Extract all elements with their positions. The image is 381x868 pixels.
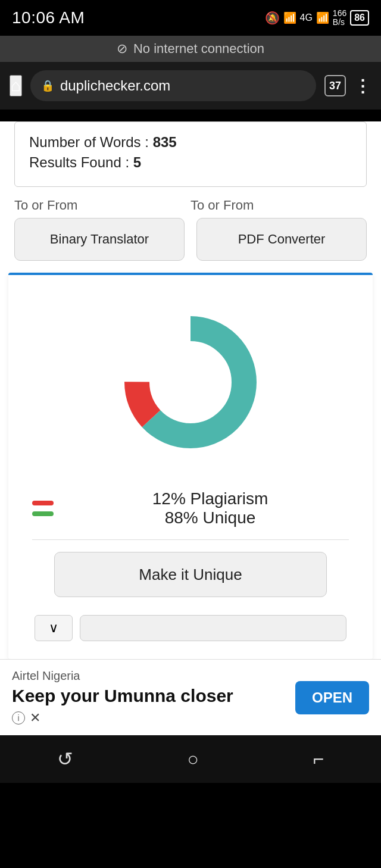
make-unique-button[interactable]: Make it Unique	[54, 552, 327, 597]
no-internet-banner: ⊘ No internet connection	[0, 36, 381, 62]
results-label: Results Found :	[29, 154, 129, 170]
chart-legend: 12% Plagiarism 88% Unique	[20, 489, 361, 539]
network-type: 4G	[300, 13, 313, 23]
browser-bar: ⌂ 🔒 duplichecker.com 37 ⋮	[0, 62, 381, 110]
main-content: Number of Words : 835 Results Found : 5 …	[0, 121, 381, 735]
pdf-converter-button[interactable]: PDF Converter	[196, 218, 367, 261]
notification-icon: 🔕	[265, 11, 280, 25]
info-icon: i	[12, 711, 25, 725]
results-value: 5	[133, 154, 141, 170]
tof-section: To or From To or From	[0, 187, 381, 218]
plagiarism-label: 12% Plagiarism	[71, 489, 349, 508]
word-count-value: 835	[153, 134, 177, 150]
data-speed: 166B/s	[333, 9, 346, 27]
menu-button[interactable]: ⋮	[354, 76, 371, 96]
time-display: 10:06 AM	[12, 8, 85, 27]
status-bar: 10:06 AM 🔕 📶 4G 📶 166B/s 86	[0, 0, 381, 36]
battery-indicator: 86	[350, 10, 369, 26]
lock-icon: 🔒	[41, 79, 54, 92]
unique-label: 88% Unique	[71, 508, 349, 527]
chart-card: 12% Plagiarism 88% Unique Make it Unique…	[8, 273, 373, 659]
tof-label-left: To or From	[14, 198, 190, 213]
recent-apps-button[interactable]: ⌐	[313, 748, 324, 770]
divider	[32, 539, 349, 540]
ad-banner: Airtel Nigeria Keep your Umunna closer i…	[0, 659, 381, 735]
status-icons: 🔕 📶 4G 📶 166B/s 86	[265, 9, 370, 27]
word-count-label: Number of Words :	[29, 134, 149, 150]
nav-bar: ↺ ○ ⌐	[0, 735, 381, 783]
signal-icon-2: 📶	[316, 11, 329, 24]
tab-count[interactable]: 37	[324, 75, 346, 96]
url-text: duplichecker.com	[60, 77, 305, 94]
results-line: Results Found : 5	[29, 154, 352, 171]
ad-brand: Airtel Nigeria	[12, 669, 286, 683]
chevron-down-icon: ∨	[49, 620, 58, 636]
ad-content: Airtel Nigeria Keep your Umunna closer i…	[12, 669, 286, 726]
legend-color-indicators	[32, 501, 54, 516]
legend-labels: 12% Plagiarism 88% Unique	[71, 489, 349, 527]
no-internet-text: No internet connection	[133, 41, 264, 57]
word-count-line: Number of Words : 835	[29, 134, 352, 151]
next-area	[80, 615, 346, 641]
url-bar[interactable]: 🔒 duplichecker.com	[30, 70, 316, 101]
info-card: Number of Words : 835 Results Found : 5	[14, 121, 367, 187]
svg-point-2	[155, 346, 226, 418]
home-nav-button[interactable]: ○	[187, 748, 198, 770]
tool-buttons: Binary Translator PDF Converter	[0, 218, 381, 273]
ad-headline: Keep your Umunna closer	[12, 685, 286, 707]
ad-close-icon[interactable]: ✕	[30, 710, 40, 726]
donut-chart-container	[20, 299, 361, 466]
signal-icon: 📶	[283, 11, 296, 24]
chevron-row: ∨	[20, 609, 361, 647]
back-button[interactable]: ↺	[57, 748, 73, 770]
ad-info-row: i ✕	[12, 710, 286, 726]
donut-chart	[107, 299, 274, 466]
plagiarism-color-bar	[32, 501, 54, 505]
ad-open-button[interactable]: OPEN	[295, 681, 369, 714]
no-internet-icon: ⊘	[117, 41, 127, 57]
tof-label-right: To or From	[190, 198, 367, 213]
home-button[interactable]: ⌂	[10, 75, 22, 96]
collapse-button[interactable]: ∨	[35, 615, 73, 641]
unique-color-bar	[32, 511, 54, 516]
binary-translator-button[interactable]: Binary Translator	[14, 218, 185, 261]
